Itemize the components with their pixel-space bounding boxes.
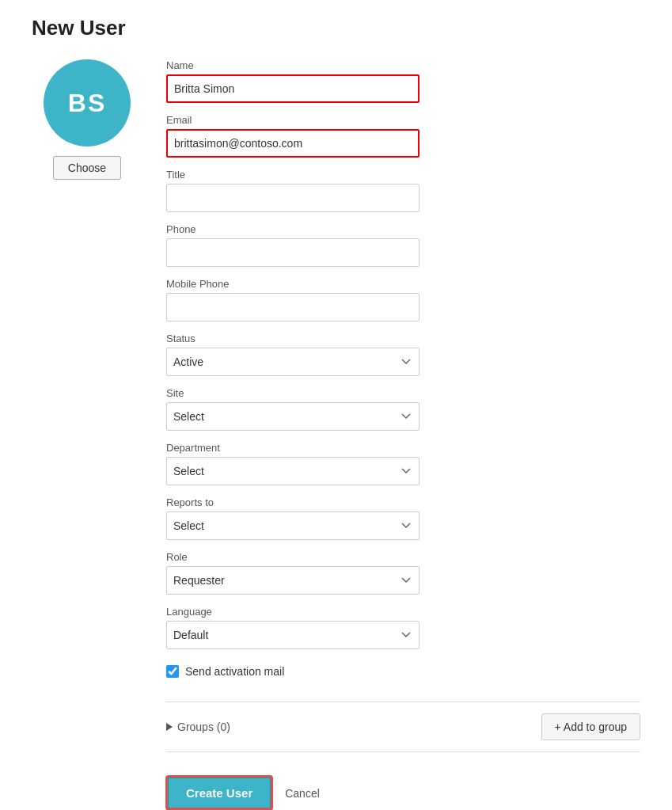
title-field-group: Title [166, 169, 640, 212]
reports-to-select[interactable]: Select [166, 511, 420, 540]
language-label: Language [166, 606, 640, 618]
role-field-group: Role Requester Agent Admin [166, 551, 640, 595]
avatar-section: BS Choose [32, 59, 142, 180]
phone-label: Phone [166, 223, 640, 235]
reports-to-field-group: Reports to Select [166, 496, 640, 540]
send-activation-label: Send activation mail [185, 665, 284, 678]
footer-buttons: Create User Cancel [166, 776, 640, 810]
language-select[interactable]: Default English Spanish [166, 621, 420, 649]
create-user-button[interactable]: Create User [166, 776, 272, 810]
phone-field-group: Phone [166, 223, 640, 267]
cancel-button[interactable]: Cancel [285, 787, 320, 800]
name-label: Name [166, 59, 640, 71]
send-activation-checkbox[interactable] [166, 665, 179, 678]
reports-to-label: Reports to [166, 496, 640, 508]
site-field-group: Site Select [166, 387, 640, 431]
send-activation-group: Send activation mail [166, 665, 640, 678]
site-label: Site [166, 387, 640, 399]
groups-expand-icon[interactable] [166, 723, 173, 731]
groups-label-text: Groups (0) [177, 721, 230, 733]
mobile-phone-label: Mobile Phone [166, 278, 640, 290]
name-field-group: Name [166, 59, 640, 103]
name-input[interactable] [166, 74, 420, 103]
mobile-phone-field-group: Mobile Phone [166, 278, 640, 321]
choose-avatar-button[interactable]: Choose [53, 156, 121, 180]
avatar: BS [44, 59, 131, 146]
status-select[interactable]: Active Inactive [166, 348, 420, 376]
email-label: Email [166, 114, 640, 126]
role-select[interactable]: Requester Agent Admin [166, 566, 420, 595]
site-select[interactable]: Select [166, 402, 420, 431]
department-field-group: Department Select [166, 442, 640, 485]
department-select[interactable]: Select [166, 457, 420, 485]
mobile-phone-input[interactable] [166, 293, 420, 321]
phone-input[interactable] [166, 238, 420, 267]
status-field-group: Status Active Inactive [166, 333, 640, 376]
title-input[interactable] [166, 184, 420, 212]
page-title: New User [32, 16, 640, 40]
language-field-group: Language Default English Spanish [166, 606, 640, 649]
department-label: Department [166, 442, 640, 454]
role-label: Role [166, 551, 640, 563]
groups-section: Groups (0) + Add to group [166, 702, 640, 752]
email-field-group: Email [166, 114, 640, 158]
add-to-group-button[interactable]: + Add to group [541, 713, 640, 740]
status-label: Status [166, 333, 640, 344]
title-label: Title [166, 169, 640, 181]
user-form: Name Email Title Phone Mobile Phone Stat… [166, 59, 640, 810]
groups-label-container: Groups (0) [166, 721, 230, 733]
email-input[interactable] [166, 129, 420, 158]
